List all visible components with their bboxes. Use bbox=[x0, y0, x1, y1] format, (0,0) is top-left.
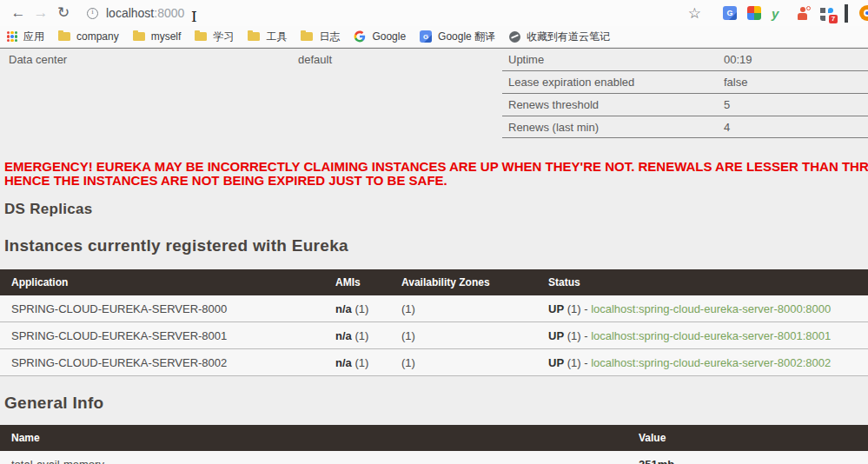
general-value: 251mb bbox=[627, 458, 868, 464]
status-label: Uptime bbox=[502, 53, 724, 66]
amis-cell: n/a (1) bbox=[324, 356, 390, 369]
emergency-line1: EMERGENCY! EUREKA MAY BE INCORRECTLY CLA… bbox=[4, 160, 868, 174]
col-name: Name bbox=[0, 432, 627, 444]
translate-icon: G bbox=[420, 30, 432, 43]
table-row: SPRING-CLOUD-EUREKA-SERVER-8002 n/a (1) … bbox=[0, 349, 868, 376]
table-row: total-avail-memory 251mb bbox=[0, 451, 868, 464]
folder-icon bbox=[58, 32, 70, 41]
zones-cell: (1) bbox=[390, 329, 537, 342]
pinwheel-icon bbox=[747, 6, 761, 20]
bookmark-label: company bbox=[76, 30, 119, 43]
system-status-section: Data center default Uptime 00:19 Lease e… bbox=[0, 48, 868, 138]
bookmark-label: 工具 bbox=[266, 30, 287, 44]
back-icon[interactable]: ← bbox=[7, 1, 30, 25]
bookmark-folder-tools[interactable]: 工具 bbox=[248, 30, 287, 44]
toolbar-extensions: ☆ G y 7 bbox=[688, 0, 868, 26]
status-cell: UP (1) - localhost:spring-cloud-eureka-s… bbox=[537, 302, 868, 315]
instance-link[interactable]: localhost:spring-cloud-eureka-server-800… bbox=[591, 329, 831, 342]
bookmark-google-translate[interactable]: G Google 翻译 bbox=[420, 30, 495, 44]
bookmark-label: 学习 bbox=[213, 30, 234, 44]
bookmark-folder-study[interactable]: 学习 bbox=[195, 30, 234, 44]
col-status: Status bbox=[537, 276, 868, 288]
instance-link[interactable]: localhost:spring-cloud-eureka-server-800… bbox=[591, 302, 831, 315]
status-label: Renews (last min) bbox=[502, 121, 724, 134]
status-cell: UP (1) - localhost:spring-cloud-eureka-s… bbox=[537, 329, 868, 342]
general-name: total-avail-memory bbox=[0, 458, 627, 464]
pinwheel-extension-icon[interactable] bbox=[747, 6, 762, 21]
application-name: SPRING-CLOUD-EUREKA-SERVER-8002 bbox=[0, 356, 324, 369]
instance-link[interactable]: localhost:spring-cloud-eureka-server-800… bbox=[591, 356, 831, 369]
col-amis: AMIs bbox=[324, 276, 390, 288]
instances-table-header: Application AMIs Availability Zones Stat… bbox=[0, 269, 868, 295]
status-row: Lease expiration enabled false bbox=[502, 70, 868, 93]
status-row: Renews (last min) 4 bbox=[502, 116, 868, 138]
amis-cell: n/a (1) bbox=[324, 329, 390, 342]
translate-icon: G bbox=[723, 6, 737, 20]
status-label: Renews threshold bbox=[502, 98, 724, 111]
address-bar[interactable]: localhost :8000 bbox=[87, 6, 184, 20]
page-info-icon[interactable] bbox=[87, 8, 98, 19]
instances-heading: Instances currently registered with Eure… bbox=[0, 236, 868, 255]
grid-icon bbox=[820, 8, 825, 13]
application-name: SPRING-CLOUD-EUREKA-SERVER-8001 bbox=[0, 329, 324, 342]
bookmark-folder-myself[interactable]: myself bbox=[133, 30, 182, 43]
translate-extension-icon[interactable]: G bbox=[723, 6, 738, 21]
folder-icon bbox=[248, 32, 260, 41]
status-table-right: Uptime 00:19 Lease expiration enabled fa… bbox=[502, 48, 868, 138]
bookmark-google[interactable]: Google bbox=[354, 30, 406, 43]
person-extension-icon[interactable] bbox=[796, 6, 811, 21]
zones-cell: (1) bbox=[390, 302, 537, 315]
bookmark-folder-company[interactable]: company bbox=[58, 30, 119, 43]
apps-grid-icon bbox=[7, 31, 17, 42]
google-g-icon bbox=[354, 30, 366, 43]
url-host[interactable]: localhost bbox=[106, 6, 154, 20]
emergency-warning: EMERGENCY! EUREKA MAY BE INCORRECTLY CLA… bbox=[0, 160, 868, 188]
notification-badge: 7 bbox=[829, 15, 838, 23]
folder-icon bbox=[301, 32, 313, 41]
folder-icon bbox=[133, 32, 145, 41]
status-value: false bbox=[724, 76, 747, 89]
youdao-extension-icon[interactable]: y bbox=[772, 6, 786, 21]
bookmark-folder-logs[interactable]: 日志 bbox=[301, 30, 340, 44]
table-row: SPRING-CLOUD-EUREKA-SERVER-8001 n/a (1) … bbox=[0, 322, 868, 349]
bookmarks-bar: 应用 company myself 学习 工具 日志 Google G Goog… bbox=[0, 26, 868, 48]
status-value: 5 bbox=[724, 98, 730, 111]
forward-icon[interactable]: → bbox=[30, 1, 52, 25]
browser-toolbar: ← → ↻ localhost :8000 ☆ G y 7 bbox=[0, 0, 868, 26]
status-value: 00:19 bbox=[724, 53, 752, 66]
status-table-left: Data center default bbox=[0, 48, 502, 138]
instances-table: Application AMIs Availability Zones Stat… bbox=[0, 269, 868, 376]
status-value: 4 bbox=[724, 121, 730, 134]
status-cell: UP (1) - localhost:spring-cloud-eureka-s… bbox=[537, 356, 868, 369]
bookmark-label: 收藏到有道云笔记 bbox=[527, 30, 610, 44]
table-row: SPRING-CLOUD-EUREKA-SERVER-8000 n/a (1) … bbox=[0, 295, 868, 322]
grid-extension-icon[interactable]: 7 bbox=[820, 6, 835, 21]
general-info-table: Name Value total-avail-memory 251mb bbox=[0, 425, 868, 464]
bookmark-youdao-note[interactable]: 收藏到有道云笔记 bbox=[509, 30, 610, 44]
bookmark-apps[interactable]: 应用 bbox=[7, 30, 44, 44]
status-label: Lease expiration enabled bbox=[502, 76, 724, 89]
status-row: Data center default bbox=[0, 48, 502, 70]
eureka-dashboard: Data center default Uptime 00:19 Lease e… bbox=[0, 48, 868, 464]
general-table-header: Name Value bbox=[0, 425, 868, 451]
amis-cell: n/a (1) bbox=[324, 302, 390, 315]
reload-icon[interactable]: ↻ bbox=[52, 1, 75, 25]
qr-code-icon bbox=[845, 4, 848, 23]
bookmark-label: myself bbox=[151, 30, 182, 43]
bookmark-label: 应用 bbox=[23, 30, 44, 44]
youdao-icon: y bbox=[772, 6, 779, 21]
col-zones: Availability Zones bbox=[390, 276, 537, 288]
url-port[interactable]: :8000 bbox=[154, 6, 184, 20]
bookmark-label: 日志 bbox=[319, 30, 340, 44]
general-info-heading: General Info bbox=[0, 394, 868, 413]
status-label: Data center bbox=[0, 53, 298, 66]
qr-extension-icon[interactable] bbox=[845, 6, 859, 21]
folder-icon bbox=[195, 32, 207, 41]
bookmark-label: Google bbox=[372, 30, 406, 43]
bookmark-star-icon[interactable]: ☆ bbox=[688, 4, 701, 23]
status-row: Uptime 00:19 bbox=[502, 48, 868, 70]
emergency-line2: HENCE THE INSTANCES ARE NOT BEING EXPIRE… bbox=[4, 174, 868, 188]
col-value: Value bbox=[627, 432, 868, 444]
globe-icon bbox=[509, 31, 520, 43]
bookmark-label: Google 翻译 bbox=[438, 30, 495, 44]
